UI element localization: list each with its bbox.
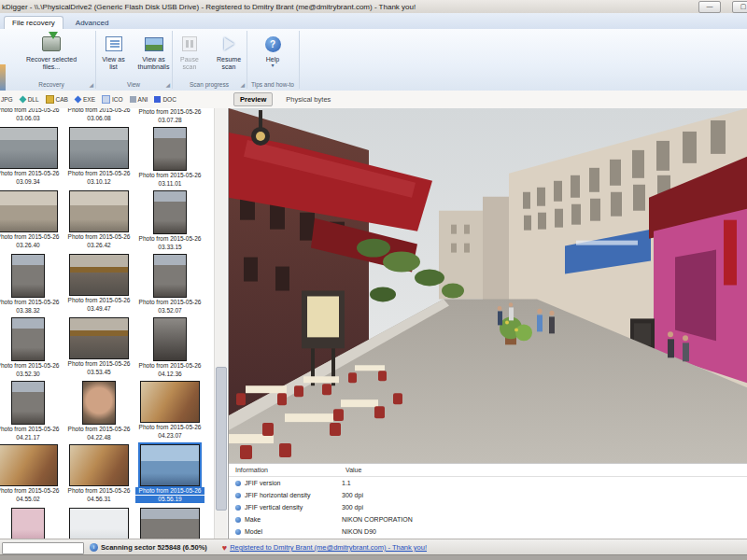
filetype-dll[interactable]: DLL (20, 96, 39, 103)
help-button[interactable]: ? Help ▾ (252, 34, 293, 68)
info-row-value: 300 dpi (334, 492, 363, 498)
recovered-photo-item[interactable]: Photo from 2015-05-2603.38.32 (0, 252, 63, 315)
recovered-photo-item[interactable]: Photo from 2015-05-2604.55.02 (0, 442, 63, 506)
recovered-photo-item[interactable]: Photo from 2015-05-2603.06.03 (0, 108, 63, 125)
photo-thumbnail (153, 127, 187, 171)
info-header-value: Value (338, 467, 361, 473)
recovered-photo-item[interactable]: Photo from 2015-05-2603.06.08 (63, 108, 134, 125)
info-row-label: JFIF vertical density (235, 504, 334, 511)
filetype-ani[interactable]: ANI (130, 96, 148, 103)
doc-file-icon (154, 96, 161, 103)
recovered-photo-item[interactable]: Photo from 2015-05-2603.07.28 (134, 108, 205, 125)
recovered-photo-item[interactable]: Photo from 2015-05-2603.52.07 (134, 252, 205, 315)
thumbnail-caption: Photo from 2015-05-26 (135, 108, 204, 116)
tab-advanced[interactable]: Advanced (67, 16, 118, 29)
dialog-launcher-icon[interactable]: ◢ (240, 81, 245, 88)
recovered-photo-item[interactable]: Photo from 2015-05-2604.22.48 (63, 379, 134, 442)
recovered-photo-item[interactable]: Photo from 2015-05-2603.26.40 (0, 189, 63, 252)
maximize-button[interactable]: ▢ (732, 1, 747, 13)
info-table-row: JFIF vertical density300 dpi (229, 501, 747, 513)
thumbnail-caption: Photo from 2015-05-26 (64, 297, 134, 304)
recovered-photo-item[interactable]: Photo from 2015-05-2603.26.42 (63, 189, 134, 252)
info-label-text: JFIF vertical density (245, 504, 303, 511)
filter-band: JPGDLLCABEXEICOANIDOC Preview Physical b… (0, 91, 747, 109)
thumbnail-time: 03.26.42 (64, 242, 134, 249)
photo-thumbnail (69, 444, 129, 486)
recovered-photo-item[interactable]: Photo from 2015-05-2605.57.40 (0, 506, 63, 539)
photo-thumbnail (69, 127, 129, 169)
recovered-photo-item[interactable]: Photo from 2015-05-2604.56.31 (63, 442, 134, 506)
filetype-label: EXE (83, 96, 95, 103)
info-label-text: Make (245, 516, 261, 523)
recovered-photo-item[interactable]: Photo from 2015-05-2604.23.07 (134, 379, 205, 442)
recovered-photo-item[interactable]: Photo from 2015-05-2604.12.36 (134, 315, 205, 379)
list-view-icon (104, 34, 124, 54)
recovered-photo-item[interactable]: Photo from 2015-05-2605.59.10 (134, 506, 205, 539)
thumbnail-time: 03.38.32 (0, 307, 63, 315)
title-bar: kDigger - \\.\PhysicalDrive2 (Generic Fl… (0, 0, 747, 14)
filetype-bar: JPGDLLCABEXEICOANIDOC (0, 91, 183, 108)
photo-thumbnail (11, 254, 45, 298)
filetype-doc[interactable]: DOC (154, 96, 176, 103)
thumbnail-time: 04.22.48 (64, 434, 134, 441)
recovered-photo-item[interactable]: Photo from 2015-05-2605.58.22 (63, 506, 134, 539)
filetype-label: DOC (162, 96, 176, 103)
thumbnail-time: 04.12.36 (135, 371, 204, 378)
group-label-scan-progress: Scan progress (172, 81, 247, 88)
recovered-photo-item[interactable]: Photo from 2015-05-2604.21.17 (0, 379, 63, 442)
thumbnail-caption: Photo from 2015-05-26 (0, 299, 63, 306)
minimize-button[interactable]: — (698, 1, 721, 13)
filetype-cab[interactable]: CAB (46, 95, 68, 104)
info-row-value: 300 dpi (334, 504, 363, 511)
recovered-photo-item[interactable]: Photo from 2015-05-2603.09.34 (0, 125, 63, 189)
recovered-photo-item[interactable]: Photo from 2015-05-2603.53.45 (63, 315, 134, 379)
thumbnail-time: 03.33.15 (135, 244, 204, 251)
filetype-ico[interactable]: ICO (102, 95, 123, 104)
dialog-launcher-icon[interactable]: ◢ (89, 81, 93, 88)
dialog-launcher-icon[interactable]: ◢ (165, 81, 170, 88)
info-bullet-icon (235, 505, 241, 511)
tab-physical-bytes[interactable]: Physical bytes (280, 93, 336, 105)
heart-icon: ♥ (222, 543, 227, 553)
tab-preview[interactable]: Preview (233, 92, 273, 106)
recovered-photo-item[interactable]: Photo from 2015-05-2603.10.12 (63, 125, 134, 189)
thumbnail-caption: Photo from 2015-05-26 (64, 426, 134, 433)
view-as-list-button[interactable]: View as list (95, 34, 132, 71)
resume-scan-button[interactable]: Resume scan (211, 34, 247, 71)
ribbon-group-scan-progress: Pause scan Resume scan Scan progress ◢ (172, 31, 247, 89)
ribbon-group-recovery: Recover selected files... Recovery ◢ (7, 31, 96, 89)
ribbon-tab-row: File recovery Advanced (0, 13, 747, 29)
window-title: kDigger - \\.\PhysicalDrive2 (Generic Fl… (0, 3, 416, 11)
recovered-photo-item[interactable]: Photo from 2015-05-2603.52.30 (0, 315, 63, 379)
recovered-photo-item[interactable]: Photo from 2015-05-2603.33.15 (134, 189, 205, 252)
photo-thumbnail (69, 190, 129, 232)
tab-file-recovery[interactable]: File recovery (4, 16, 63, 29)
thumbnail-caption: Photo from 2015-05-26 (135, 235, 204, 243)
info-row-label: JFIF horizontal density (235, 492, 334, 498)
recovered-photo-item[interactable]: Photo from 2015-05-2603.49.47 (63, 252, 134, 315)
filetype-jpg[interactable]: JPG (0, 96, 13, 103)
vertical-scrollbar[interactable] (214, 108, 227, 539)
group-label-recovery: Recovery (7, 81, 95, 88)
info-bullet-icon (235, 529, 241, 535)
thumbnail-caption: Photo from 2015-05-26 (135, 362, 204, 370)
info-label-text: Model (245, 528, 262, 535)
registration-link[interactable]: Registered to Dmitry Brant (me@dmitrybra… (230, 543, 427, 552)
photo-thumbnail (69, 508, 129, 539)
recover-selected-files-button[interactable]: Recover selected files... (25, 34, 78, 71)
info-row-value: NIKON CORPORATION (334, 516, 413, 523)
clipped-button-fragment (0, 64, 6, 92)
scrollbar-thumb[interactable] (216, 367, 227, 511)
info-header-information: Information (235, 467, 338, 473)
view-as-thumbnails-button[interactable]: View as thumbnails (135, 34, 172, 71)
info-label-text: JFIF horizontal density (245, 492, 310, 498)
thumbnail-caption: Photo from 2015-05-26 (135, 424, 204, 431)
filetype-exe[interactable]: EXE (75, 96, 95, 103)
thumbnail-time: 03.49.47 (64, 305, 134, 313)
status-bar: i Scanning sector 525848 (6.50%) ♥ Regis… (0, 539, 747, 555)
recovered-photo-item[interactable]: Photo from 2015-05-2605.56.19 (134, 442, 205, 506)
scan-status-icon: i (90, 543, 98, 552)
recovered-photo-item[interactable]: Photo from 2015-05-2603.11.01 (134, 125, 205, 189)
thumbnail-caption: Photo from 2015-05-26 (64, 233, 134, 241)
recovered-files-panel: Photo from 2015-05-2603.06.03Photo from … (0, 108, 229, 539)
